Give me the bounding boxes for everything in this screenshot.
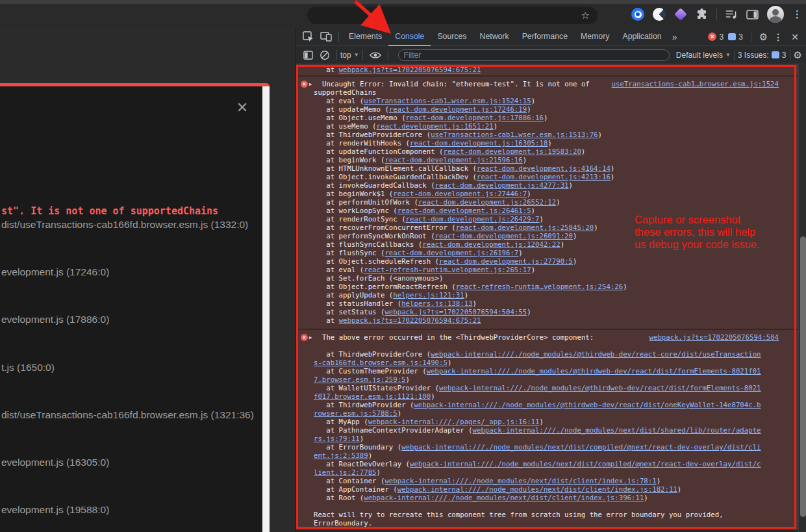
stack-frame-link[interactable]: webpack-internal:///./node_modules/next/… [397, 485, 677, 494]
devtools-tab-bar: ElementsConsoleSourcesNetworkPerformance… [296, 28, 806, 46]
expand-triangle-icon[interactable]: ▶ [309, 80, 312, 88]
tab-console[interactable]: Console [388, 28, 431, 46]
stack-frame-link[interactable]: helpers.js:121:31 [393, 291, 464, 299]
stack-frame-link[interactable]: react-dom.development.js:17246:19 [389, 105, 527, 114]
scrollbar-thumb[interactable] [800, 236, 806, 517]
profile-avatar[interactable] [767, 6, 784, 23]
console-filter-input[interactable] [398, 49, 670, 61]
stack-frame-suffix: ) [523, 156, 527, 164]
error-message-text: Uncaught Error: Invalid chain: "ethereum… [314, 80, 605, 97]
close-icon[interactable]: ✕ [234, 99, 251, 116]
stack-frame-link[interactable]: react-dom.development.js:16305:18 [410, 139, 548, 147]
stack-frame-prefix: at Set.forEach (<anonymous>) [314, 274, 443, 283]
console-error-row: ✕▶Uncaught Error: Invalid chain: "ethere… [296, 75, 798, 329]
tab-memory[interactable]: Memory [574, 28, 616, 46]
stack-frame-link[interactable]: useTransactions-cab1…wser.esm.js:1513:76 [431, 131, 598, 139]
stack-frame-suffix: ) [464, 291, 468, 299]
console-toolbar: top ▼ Default levels ▼ 3 Issues: 3 ⚙ [296, 46, 806, 64]
stack-frame-link[interactable]: react-dom.development.js:26196:7 [384, 249, 518, 257]
stack-frame-link[interactable]: react-dom.development.js:4164:14 [477, 164, 611, 173]
stack-frame-link[interactable]: react-dom.development.js:27790:5 [439, 257, 573, 266]
stack-frame-link[interactable]: react-dom.development.js:12042:22 [422, 240, 560, 249]
devtools-settings-gear-icon[interactable]: ⚙ [759, 31, 768, 43]
tab-elements[interactable]: Elements [342, 28, 388, 46]
stack-frame-line: at AppContainer (webpack-internal:///./n… [314, 485, 779, 494]
playlist-icon[interactable] [725, 10, 738, 19]
stack-frame-suffix: ) [518, 249, 522, 257]
stack-frame-line: at eval (useTransactions-cab1…wser.esm.j… [314, 97, 779, 105]
stack-frame-link[interactable]: webpack-internal:///./pages/_app.js:16:1… [368, 418, 540, 426]
stack-frame-link[interactable]: helpers.js:138:13 [401, 299, 472, 308]
tab-network[interactable]: Network [473, 28, 516, 46]
extensions-puzzle-icon[interactable] [696, 8, 708, 21]
stack-frame-link[interactable]: webpack-internal:///./node_modules/next/… [384, 477, 656, 485]
stack-frame-link[interactable]: react.development.js:1651:21 [377, 122, 494, 131]
stack-frame-prefix: at Root ( [314, 494, 364, 502]
console-message-head: ✕▶Uncaught Error: Invalid chain: "ethere… [314, 80, 779, 97]
stack-frame-suffix: ) [377, 468, 381, 477]
stack-frame-link[interactable]: react-refresh-runtim…velopment.js:265:17 [364, 266, 531, 274]
stack-frame-line: at Object.useMemo (react-dom.development… [314, 114, 779, 122]
stack-frame-prefix: at ReactDevOverlay ( [314, 460, 410, 468]
error-icon: ✕ [301, 81, 308, 88]
side-panel-icon[interactable] [746, 10, 759, 19]
log-levels-selector[interactable]: Default levels ▼ [676, 51, 731, 60]
stack-frame-suffix: ) [556, 198, 560, 207]
source-location-link[interactable]: webpack.js?ts=1702205076594:504 [649, 333, 779, 342]
stack-frame-link[interactable]: react-dom.development.js:25845:20 [456, 223, 594, 232]
console-messages-badge[interactable]: 3 [728, 32, 743, 42]
stack-frame-link[interactable]: webpack.js?ts=1702205076594:675:21 [339, 66, 481, 74]
overlay-scrollbar[interactable] [262, 86, 270, 532]
stack-frame-line: at beginWork (react-dom.development.js:2… [314, 156, 779, 164]
stack-frame-link[interactable]: react-dom.development.js:21596:16 [384, 156, 522, 164]
devtools-close-icon[interactable]: ✕ [788, 32, 801, 42]
extension-icon-clock[interactable] [653, 8, 666, 21]
stack-frame-prefix: at renderWithHooks ( [314, 139, 410, 147]
browser-menu-kebab-icon[interactable]: ⋮ [792, 8, 802, 20]
clear-console-icon[interactable] [316, 50, 333, 60]
extension-icon-blue-ring[interactable] [631, 8, 644, 21]
context-selector[interactable]: top ▼ [340, 51, 359, 60]
console-sidebar-icon[interactable] [300, 51, 316, 60]
stack-frame-link[interactable]: react-dom.development.js:26091:20 [435, 232, 573, 240]
bookmark-star-icon[interactable]: ☆ [581, 10, 590, 20]
stack-frame-prefix: at AppContainer ( [314, 485, 397, 494]
tab-sources[interactable]: Sources [431, 28, 473, 46]
overlay-error-text: st". It is not one of supportedChains [1, 205, 218, 218]
more-tabs-button[interactable]: » [668, 32, 681, 42]
extension-icon-purple-gem[interactable] [674, 8, 687, 21]
stack-frame-link[interactable]: react-dom.development.js:4213:16 [477, 173, 611, 181]
tab-performance[interactable]: Performance [516, 28, 574, 46]
stack-frame-link[interactable]: react-dom.development.js:17886:16 [406, 114, 544, 122]
console-settings-gear-icon[interactable]: ⚙ [794, 49, 802, 61]
stack-frame-link[interactable]: webpack.js?ts=1702205076594:675:21 [339, 316, 481, 325]
stack-frame-link[interactable]: react-dom.development.js:4277:31 [435, 181, 569, 190]
expand-triangle-icon[interactable]: ▶ [309, 333, 312, 342]
source-location-link[interactable]: useTransactions-cab1…browser.esm.js:1524 [612, 80, 779, 88]
stack-frame-link[interactable]: react-dom.development.js:27446:7 [393, 190, 527, 198]
live-expression-eye-icon[interactable] [366, 51, 384, 59]
tab-application[interactable]: Application [616, 28, 668, 46]
stack-frame-link[interactable]: react-dom.development.js:26461:5 [397, 207, 531, 215]
stack-frame-fragment: evelopment.js (17886:0) [1, 314, 109, 325]
stack-frame-prefix: at ThirdwebProviderCore ( [314, 350, 431, 359]
address-bar[interactable]: ☆ [307, 6, 598, 24]
context-selector-label: top [340, 51, 351, 60]
inspect-icon[interactable] [299, 31, 317, 42]
nextjs-error-overlay: st". It is not one of supportedChains di… [0, 86, 262, 532]
stack-frame-link[interactable]: react-dom.development.js:26552:12 [418, 198, 556, 207]
stack-frame-link[interactable]: useTransactions-cab1…wser.esm.js:1524:15 [364, 97, 531, 105]
stack-frame-link[interactable]: webpack-internal:///./node_modules/next/… [364, 494, 644, 502]
console-errors-badge[interactable]: ✕ 3 [708, 32, 724, 42]
stack-frame-link[interactable]: webpack.js?ts=1702205076594:504:55 [384, 308, 527, 316]
issues-counter[interactable]: 3 Issues: 3 [738, 51, 787, 60]
devtools-menu-kebab-icon[interactable]: ⋮ [772, 32, 784, 42]
stack-frame-suffix: ) [494, 122, 497, 131]
stack-frame-link[interactable]: react-dom.development.js:26429:7 [406, 215, 540, 223]
stack-frame-prefix: at applyUpdate ( [314, 291, 393, 299]
stack-frame-link[interactable]: react-refresh-runtim…velopment.js:254:26 [456, 283, 623, 291]
device-toolbar-icon[interactable] [317, 32, 335, 42]
stack-frame-line: at performSyncWorkOnRoot (react-dom.deve… [314, 232, 779, 240]
console-scrollbar[interactable] [798, 64, 806, 532]
stack-frame-link[interactable]: react-dom.development.js:19583:20 [443, 147, 581, 156]
